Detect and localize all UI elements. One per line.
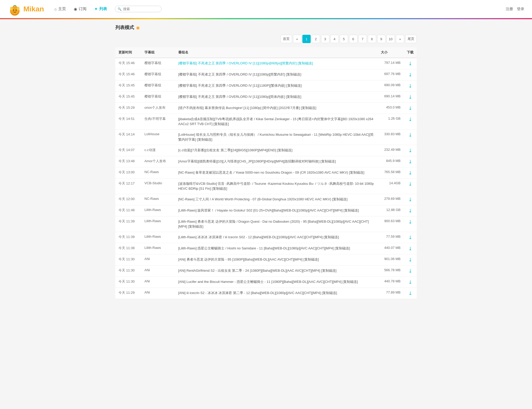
page-rss-icon[interactable]: ◉ bbox=[136, 25, 140, 30]
download-button[interactable]: ⤓ bbox=[408, 61, 412, 66]
nav-list[interactable]: 列表 bbox=[94, 6, 107, 11]
cell-group: ANi bbox=[141, 276, 175, 288]
nav-subscribe[interactable]: 订阅 bbox=[74, 6, 87, 11]
pagination: 首页 « 1 2 3 4 5 6 7 8 9 10 » 尾页 bbox=[115, 35, 417, 43]
cell-name: [Lilith-Raws] 惑星公主蜥蜴骑士 / Hoshi no Samida… bbox=[175, 243, 378, 254]
nav-list-label: 列表 bbox=[99, 6, 107, 11]
page-5-button[interactable]: 5 bbox=[340, 35, 348, 43]
download-button[interactable]: ⤓ bbox=[408, 148, 412, 153]
register-button[interactable]: 注册 bbox=[506, 7, 513, 11]
download-button[interactable]: ⤓ bbox=[408, 268, 412, 274]
cell-time: 今天 15:45 bbox=[115, 80, 141, 91]
cell-group: 樱都字幕组 bbox=[141, 91, 175, 103]
table-body: 今天 15:46樱都字幕组[樱都字幕组] 不死者之王 第四季 / OVERLOR… bbox=[115, 58, 417, 299]
cell-download: ⤓ bbox=[404, 276, 417, 288]
download-button[interactable]: ⤓ bbox=[408, 117, 412, 122]
cell-group: ANi bbox=[141, 254, 175, 265]
cell-time: 今天 11:29 bbox=[115, 288, 141, 299]
download-button[interactable]: ⤓ bbox=[408, 235, 412, 240]
search-input[interactable] bbox=[123, 7, 157, 11]
cell-size: 77.59 MB bbox=[378, 232, 404, 243]
download-button[interactable]: ⤓ bbox=[408, 246, 412, 251]
cell-time: 今天 15:46 bbox=[115, 69, 141, 80]
cell-group: LoliHouse bbox=[141, 129, 175, 145]
cell-name: [ANi] 勇者斗恶龙 达伊的大冒险 - 95 [1080P][Baha][WE… bbox=[175, 254, 378, 265]
cell-size: 845.9 MB bbox=[378, 156, 404, 167]
cell-download: ⤓ bbox=[404, 156, 417, 167]
download-button[interactable]: ⤓ bbox=[408, 159, 412, 164]
cell-group: Lilith-Raws bbox=[141, 216, 175, 232]
cell-download: ⤓ bbox=[404, 178, 417, 194]
cell-time: 今天 11:39 bbox=[115, 232, 141, 243]
download-button[interactable]: ⤓ bbox=[408, 94, 412, 100]
cell-name: [樱都字幕组] 不死者之王 第四季 / OVERLORD IV [11][108… bbox=[175, 58, 378, 69]
search-area[interactable] bbox=[115, 6, 162, 12]
download-button[interactable]: ⤓ bbox=[408, 291, 412, 296]
nav-home[interactable]: 主页 bbox=[54, 6, 66, 11]
page-8-button[interactable]: 8 bbox=[368, 35, 376, 43]
col-header-name: 番组名 bbox=[175, 47, 378, 58]
cell-name: [NC-Raws] 食草老龙被冠以恶龙之名 / Yowai 5000-nen n… bbox=[175, 167, 378, 178]
download-button[interactable]: ⤓ bbox=[408, 208, 412, 213]
cell-download: ⤓ bbox=[404, 243, 417, 254]
download-button[interactable]: ⤓ bbox=[408, 132, 412, 138]
cell-group: 樱都字幕组 bbox=[141, 69, 175, 80]
cell-name: [Amor字幕组][德凯奥特曼][10][人与怪兽][CHS_JP][1080P… bbox=[175, 156, 378, 167]
home-icon bbox=[54, 7, 57, 11]
page-6-button[interactable]: 6 bbox=[349, 35, 357, 43]
download-button[interactable]: ⤓ bbox=[408, 106, 412, 111]
download-button[interactable]: ⤓ bbox=[408, 197, 412, 202]
cell-name: [猎户不鸽发布组] 幕末替身传说 Bucchigire! [11] [1080p… bbox=[175, 103, 378, 114]
download-button[interactable]: ⤓ bbox=[408, 219, 412, 224]
login-button[interactable]: 登录 bbox=[517, 7, 524, 11]
cell-download: ⤓ bbox=[404, 254, 417, 265]
cell-name: [樱都字幕组] 不死者之王 第四季 / OVERLORD IV [11][108… bbox=[175, 69, 378, 80]
page-1-button[interactable]: 1 bbox=[302, 35, 311, 43]
cell-size: 797.14 MB bbox=[378, 58, 404, 69]
svg-point-3 bbox=[13, 10, 14, 11]
table-row: 今天 14:07c.c动漫[c.c动漫][7月新番][出租女友 第二季][24]… bbox=[115, 145, 417, 156]
cell-size: 330.83 MB bbox=[378, 129, 404, 145]
cell-size: 566.78 MB bbox=[378, 265, 404, 276]
cell-time: 今天 15:46 bbox=[115, 58, 141, 69]
page-prev-button[interactable]: « bbox=[293, 35, 301, 43]
table-row: 今天 14:51生肉/不明字幕[jibaketa合成&音频压制][TVB粤语]机… bbox=[115, 114, 417, 129]
table-row: 今天 11:30ANi[ANi] Lucifer and the Biscuit… bbox=[115, 276, 417, 288]
auth-area: 注册 登录 bbox=[506, 7, 524, 11]
page-next-button[interactable]: » bbox=[396, 35, 404, 43]
page-3-button[interactable]: 3 bbox=[321, 35, 329, 43]
download-button[interactable]: ⤓ bbox=[408, 170, 412, 175]
cell-time: 今天 13:48 bbox=[115, 156, 141, 167]
download-button[interactable]: ⤓ bbox=[408, 280, 412, 285]
download-button[interactable]: ⤓ bbox=[408, 72, 412, 77]
cell-group: NC-Raws bbox=[141, 194, 175, 205]
cell-download: ⤓ bbox=[404, 288, 417, 299]
page-last-button[interactable]: 尾页 bbox=[405, 35, 417, 43]
torrent-link[interactable]: [樱都字幕组] 不死者之王 第四季 / OVERLORD IV [11][108… bbox=[178, 61, 313, 65]
table-row: 今天 11:38Lilith-Raws[Lilith-Raws] 惑星公主蜥蜴骑… bbox=[115, 243, 417, 254]
cell-download: ⤓ bbox=[404, 103, 417, 114]
cell-size: 77.89 MB bbox=[378, 288, 404, 299]
cell-name: [Lilith-Raws] 勇者斗恶龙 达伊的大冒险 / Dragon Ques… bbox=[175, 216, 378, 232]
table-header: 更新时间 字幕组 番组名 大小 下载 bbox=[115, 47, 417, 58]
table-row: 今天 11:29ANi[ANi] iii icecrin S2 - 冰冰冰 冰淇… bbox=[115, 288, 417, 299]
download-button[interactable]: ⤓ bbox=[408, 257, 412, 262]
page-2-button[interactable]: 2 bbox=[312, 35, 320, 43]
cell-name: [Lilith-Raws] 旋风管家！ / Hayate no Gotoku! … bbox=[175, 205, 378, 216]
cell-time: 今天 11:39 bbox=[115, 216, 141, 232]
col-header-time: 更新时间 bbox=[115, 47, 141, 58]
page-4-button[interactable]: 4 bbox=[330, 35, 339, 43]
page-first-button[interactable]: 首页 bbox=[281, 35, 292, 43]
cell-time: 今天 11:30 bbox=[115, 276, 141, 288]
cell-group: Lilith-Raws bbox=[141, 205, 175, 216]
download-button[interactable]: ⤓ bbox=[408, 181, 412, 187]
page-7-button[interactable]: 7 bbox=[358, 35, 367, 43]
cell-download: ⤓ bbox=[404, 114, 417, 129]
download-button[interactable]: ⤓ bbox=[408, 83, 412, 88]
cell-size: 232.49 MB bbox=[378, 145, 404, 156]
cell-download: ⤓ bbox=[404, 69, 417, 80]
page-9-button[interactable]: 9 bbox=[377, 35, 385, 43]
page-10-button[interactable]: 10 bbox=[387, 35, 395, 43]
cell-size: 901.06 MB bbox=[378, 254, 404, 265]
cell-group: NC-Raws bbox=[141, 167, 175, 178]
